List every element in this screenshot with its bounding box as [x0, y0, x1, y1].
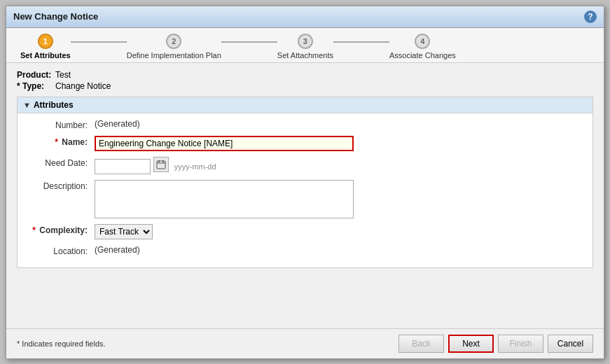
product-info: Product: Test * Type: Change Notice: [17, 70, 593, 91]
step-4-container: 4 Associate Changes: [389, 34, 456, 59]
type-label: * Type:: [17, 81, 55, 91]
section-header: ▼ Attributes: [18, 97, 592, 113]
type-row: * Type: Change Notice: [17, 81, 593, 91]
location-label: Location:: [25, 245, 95, 256]
back-button[interactable]: Back: [398, 335, 444, 353]
step-2-wrapper: 2 Define Implementation Plan: [127, 34, 277, 59]
product-value: Test: [55, 70, 71, 80]
name-input[interactable]: [95, 136, 354, 151]
calendar-icon: [156, 160, 166, 169]
step-4-label: Associate Changes: [389, 51, 456, 59]
need-date-row: Need Date: yyyy-mm-dd: [25, 157, 585, 174]
step-3-circle[interactable]: 3: [298, 34, 313, 49]
step-2-circle[interactable]: 2: [166, 34, 181, 49]
complexity-select[interactable]: Fast Track Normal Complex: [95, 224, 153, 239]
step-4-wrapper: 4 Associate Changes: [389, 34, 456, 59]
date-format-hint: yyyy-mm-dd: [174, 162, 216, 171]
number-label: Number:: [25, 119, 95, 130]
step-1-label: Set Attributes: [20, 51, 71, 59]
description-label: Description:: [25, 180, 95, 191]
dialog-title: New Change Notice: [13, 11, 98, 22]
location-value: (Generated): [95, 245, 585, 255]
step-3-label: Set Attachments: [277, 51, 333, 59]
dialog-body: Product: Test * Type: Change Notice ▼ At…: [6, 63, 604, 328]
step-4-circle[interactable]: 4: [415, 34, 430, 49]
svg-rect-0: [157, 161, 165, 169]
dialog-titlebar: New Change Notice ?: [6, 6, 604, 28]
product-row: Product: Test: [17, 70, 593, 80]
collapse-icon[interactable]: ▼: [23, 101, 31, 109]
step-2-label: Define Implementation Plan: [127, 51, 221, 59]
location-row: Location: (Generated): [25, 245, 585, 256]
date-input[interactable]: [95, 159, 151, 174]
name-row: * Name:: [25, 136, 585, 151]
step-line-2: [221, 41, 277, 43]
calendar-button[interactable]: [153, 157, 169, 172]
complexity-label: * Complexity:: [25, 224, 95, 235]
need-date-label: Need Date:: [25, 157, 95, 168]
wizard-steps: 1 Set Attributes 2 Define Implementation…: [6, 28, 604, 63]
step-line-3: [333, 41, 389, 43]
number-value: (Generated): [95, 119, 585, 129]
step-3-container: 3 Set Attachments: [277, 34, 333, 59]
new-change-notice-dialog: New Change Notice ? 1 Set Attributes 2 D…: [6, 6, 604, 359]
step-2-container: 2 Define Implementation Plan: [127, 34, 221, 59]
step-1-wrapper: 1 Set Attributes: [20, 34, 127, 59]
help-icon[interactable]: ?: [584, 10, 597, 23]
attributes-section: ▼ Attributes Number: (Generated) * Name:: [17, 97, 593, 268]
next-button[interactable]: Next: [448, 335, 494, 353]
complexity-required-star: *: [32, 225, 36, 235]
need-date-field: yyyy-mm-dd: [95, 157, 216, 174]
cancel-button[interactable]: Cancel: [548, 335, 593, 353]
footer-buttons: Back Next Finish Cancel: [398, 335, 593, 353]
type-value: Change Notice: [55, 81, 111, 91]
dialog-footer: * Indicates required fields. Back Next F…: [6, 328, 604, 358]
finish-button[interactable]: Finish: [498, 335, 543, 353]
number-row: Number: (Generated): [25, 119, 585, 130]
complexity-row: * Complexity: Fast Track Normal Complex: [25, 224, 585, 239]
step-1-container: 1 Set Attributes: [20, 34, 71, 59]
description-textarea[interactable]: [95, 180, 354, 218]
required-note: * Indicates required fields.: [17, 340, 106, 348]
section-title: Attributes: [34, 100, 74, 110]
section-content: Number: (Generated) * Name: Need Date:: [18, 113, 592, 267]
step-line-1: [71, 41, 127, 43]
description-row: Description:: [25, 180, 585, 218]
step-3-wrapper: 3 Set Attachments: [277, 34, 389, 59]
name-label: * Name:: [25, 136, 95, 147]
product-label: Product:: [17, 70, 55, 80]
name-required-star: *: [55, 137, 58, 147]
step-1-circle[interactable]: 1: [38, 34, 53, 49]
